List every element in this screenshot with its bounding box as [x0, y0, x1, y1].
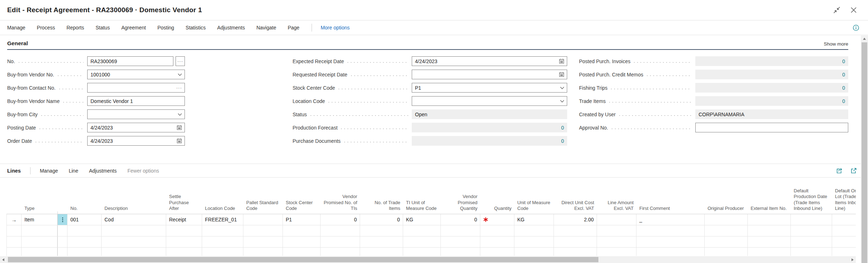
table-cell[interactable]: [57, 225, 67, 236]
cell-direct-unit-cost[interactable]: 2.00: [554, 214, 597, 225]
buy-from-vendor-name-input[interactable]: Domestic Vendor 1: [87, 96, 185, 106]
table-cell[interactable]: [67, 225, 102, 236]
cell-pallet-standard-code[interactable]: [243, 214, 283, 225]
production-forecast-field[interactable]: 0: [412, 123, 567, 132]
table-cell[interactable]: [554, 236, 597, 247]
table-cell[interactable]: [480, 236, 514, 247]
table-cell[interactable]: [57, 248, 67, 256]
table-cell[interactable]: [636, 225, 705, 236]
table-cell[interactable]: [6, 225, 22, 236]
cell-original-producer[interactable]: [705, 214, 748, 225]
empty-line-row[interactable]: [6, 248, 856, 256]
table-cell[interactable]: [22, 225, 57, 236]
order-date-input[interactable]: 4/24/2023: [87, 136, 185, 146]
table-cell[interactable]: [791, 248, 832, 256]
cell-default-production-date[interactable]: [791, 214, 832, 225]
row-menu-dots-icon[interactable]: [57, 214, 67, 225]
fewer-options-link[interactable]: Fewer options: [127, 168, 159, 174]
col-header-no[interactable]: No.: [67, 206, 102, 214]
table-cell[interactable]: [403, 248, 441, 256]
table-cell[interactable]: [360, 248, 403, 256]
calendar-icon[interactable]: [559, 58, 564, 64]
table-cell[interactable]: [202, 236, 243, 247]
cell-quantity[interactable]: [480, 214, 514, 225]
cell-vendor-promised-no-of-tis[interactable]: 0: [321, 214, 360, 225]
lines-menu-manage[interactable]: Manage: [40, 168, 58, 174]
table-cell[interactable]: [597, 248, 636, 256]
scroll-up-arrow[interactable]: [861, 36, 868, 42]
col-header-vendor-promised-quantity[interactable]: Vendor Promised Quantity: [441, 194, 480, 214]
buy-from-contact-no-input[interactable]: ···: [87, 83, 185, 93]
horizontal-scrollbar-track[interactable]: [6, 256, 849, 263]
table-cell[interactable]: [360, 225, 403, 236]
table-cell[interactable]: [6, 248, 22, 256]
table-cell[interactable]: [102, 236, 166, 247]
table-cell[interactable]: [514, 225, 554, 236]
collapse-window-icon[interactable]: [833, 6, 841, 14]
table-cell[interactable]: [597, 236, 636, 247]
ribbon-item-reports[interactable]: Reports: [66, 25, 84, 30]
ribbon-item-statistics[interactable]: Statistics: [186, 25, 206, 30]
table-cell[interactable]: [832, 248, 856, 256]
posted-purch-credit-memos-field[interactable]: 0: [695, 70, 848, 79]
table-cell[interactable]: [403, 225, 441, 236]
ribbon-item-navigate[interactable]: Navigate: [256, 25, 276, 30]
table-cell[interactable]: [243, 248, 283, 256]
table-cell[interactable]: [202, 248, 243, 256]
table-cell[interactable]: [202, 225, 243, 236]
col-header-type[interactable]: Type: [22, 206, 57, 214]
col-header-first-comment[interactable]: First Comment: [636, 206, 705, 214]
table-cell[interactable]: [102, 225, 166, 236]
table-cell[interactable]: [321, 225, 360, 236]
table-cell[interactable]: [480, 248, 514, 256]
info-icon[interactable]: [853, 24, 859, 31]
table-cell[interactable]: [6, 236, 22, 247]
horizontal-scrollbar-thumb[interactable]: [8, 257, 598, 262]
lines-menu-adjustments[interactable]: Adjustments: [89, 168, 117, 174]
empty-line-row[interactable]: [6, 225, 856, 236]
col-header-settle-purchase-after[interactable]: Settle Purchase After: [166, 194, 202, 214]
table-cell[interactable]: [480, 225, 514, 236]
requested-receipt-date-input[interactable]: [412, 70, 567, 79]
table-cell[interactable]: [832, 225, 856, 236]
ribbon-item-page[interactable]: Page: [288, 25, 299, 30]
table-cell[interactable]: [243, 236, 283, 247]
table-cell[interactable]: [67, 248, 102, 256]
horizontal-scrollbar[interactable]: [0, 256, 856, 263]
table-cell[interactable]: [636, 236, 705, 247]
cell-no-of-trade-items[interactable]: 0: [360, 214, 403, 225]
table-cell[interactable]: [57, 236, 67, 247]
table-cell[interactable]: [705, 248, 748, 256]
lookup-ellipsis-icon[interactable]: ···: [176, 85, 182, 90]
table-cell[interactable]: [554, 225, 597, 236]
col-header-line-amount[interactable]: Line Amount Excl. VAT: [597, 200, 636, 214]
posting-date-input[interactable]: 4/24/2023: [87, 123, 185, 132]
table-cell[interactable]: [22, 248, 57, 256]
col-header-default-production-date[interactable]: Default Production Date (Trade Items Inb…: [791, 188, 832, 214]
table-cell[interactable]: [832, 236, 856, 247]
table-cell[interactable]: [748, 248, 791, 256]
table-cell[interactable]: [791, 236, 832, 247]
buy-from-city-input[interactable]: [87, 109, 185, 119]
calendar-icon[interactable]: [559, 72, 564, 77]
col-header-stock-center-code[interactable]: Stock Center Code: [283, 200, 321, 214]
calendar-icon[interactable]: [177, 125, 182, 130]
table-cell[interactable]: [748, 225, 791, 236]
cell-ti-unit-of-measure-code[interactable]: KG: [403, 214, 441, 225]
table-cell[interactable]: [321, 236, 360, 247]
scroll-right-arrow[interactable]: [849, 258, 856, 261]
line-row-1[interactable]: → Item 001 Cod Receipt FREEZER_01 P1 0 0…: [6, 214, 856, 225]
ribbon-item-status[interactable]: Status: [95, 25, 110, 30]
table-cell[interactable]: [67, 236, 102, 247]
table-cell[interactable]: [441, 248, 480, 256]
assist-edit-button[interactable]: ···: [176, 56, 185, 66]
share-icon[interactable]: [836, 167, 843, 174]
table-cell[interactable]: [705, 236, 748, 247]
col-header-location-code[interactable]: Location Code: [202, 206, 243, 214]
cell-external-item-no[interactable]: [748, 214, 791, 225]
cell-settle-purchase-after[interactable]: Receipt: [166, 214, 202, 225]
scroll-left-arrow[interactable]: [0, 258, 6, 261]
approval-no-input[interactable]: [695, 123, 848, 132]
col-header-default-original-lot[interactable]: Default Original Lot (Trade Items Inboun…: [832, 188, 856, 214]
table-cell[interactable]: [514, 236, 554, 247]
